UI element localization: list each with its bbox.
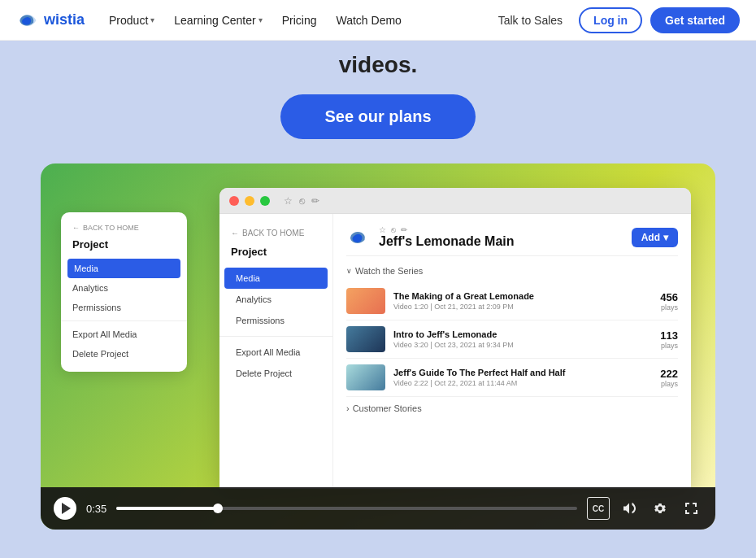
talk-to-sales-link[interactable]: Talk to Sales — [490, 9, 571, 32]
sidebar-analytics-item[interactable]: Analytics — [61, 278, 187, 298]
chevron-down-icon: ∨ — [346, 267, 352, 275]
browser-window: ☆ ⎋ ✏ ← BACK TO HOME Project Media Analy… — [219, 188, 691, 489]
main-content: videos. See our plans ← BACK TO HOME Pro… — [0, 41, 756, 558]
app-sidebar-delete[interactable]: Delete Project — [224, 363, 328, 384]
share-icon[interactable]: ⎋ — [391, 225, 396, 234]
app-sidebar-back[interactable]: ← BACK TO HOME — [219, 224, 332, 246]
nav-watch-demo[interactable]: Watch Demo — [328, 9, 409, 32]
video-thumbnail-1 — [346, 288, 385, 314]
app-project-title: ☆ ⎋ ✏ Jeff's Lemonade Main — [379, 225, 515, 249]
project-title: Jeff's Lemonade Main — [379, 234, 515, 249]
arrow-left-icon: ← — [231, 229, 239, 238]
video-info-1: The Making of a Great Lemonade Video 1:2… — [393, 291, 652, 311]
chevron-down-icon: ▾ — [663, 232, 668, 243]
closed-captions-button[interactable]: CC — [587, 497, 610, 520]
arrow-left-icon: ← — [72, 224, 80, 232]
close-window-dot[interactable] — [229, 196, 239, 206]
app-main: ☆ ⎋ ✏ Jeff's Lemonade Main Add ▾ — [333, 214, 691, 489]
progress-fill — [116, 507, 218, 510]
fullscreen-button[interactable] — [680, 497, 702, 520]
video-plays-3: 222 plays — [660, 368, 678, 388]
video-plays-1: 456 plays — [660, 291, 678, 312]
sidebar-project-title: Project — [61, 238, 187, 259]
video-row-2[interactable]: Intro to Jeff's Lemonade Video 3:20 | Oc… — [346, 320, 678, 359]
navbar-right: Talk to Sales Log in Get started — [490, 7, 740, 33]
app-header: ☆ ⎋ ✏ Jeff's Lemonade Main Add ▾ — [346, 225, 678, 256]
video-thumbnail-2 — [346, 326, 385, 352]
series-header[interactable]: ∨ Watch the Series — [346, 266, 678, 276]
navbar: wistia Product ▾ Learning Center ▾ Prici… — [0, 0, 756, 41]
video-plays-2: 113 plays — [660, 329, 678, 350]
time-display: 0:35 — [86, 503, 106, 515]
logo-text: wistia — [44, 11, 85, 28]
app-sidebar-export[interactable]: Export All Media — [224, 342, 328, 363]
video-row-1[interactable]: The Making of a Great Lemonade Video 1:2… — [346, 282, 678, 320]
sidebar-divider — [61, 320, 187, 321]
customer-stories[interactable]: › Customer Stories — [346, 397, 678, 420]
video-row-3[interactable]: Jeff's Guide To The Perfect Half and Hal… — [346, 359, 678, 397]
sidebar-card: ← BACK TO HOME Project Media Analytics P… — [61, 212, 187, 372]
nav-product[interactable]: Product ▾ — [101, 9, 163, 32]
nav-learning-center[interactable]: Learning Center ▾ — [166, 9, 270, 32]
logo[interactable]: wistia — [16, 11, 85, 28]
video-info-3: Jeff's Guide To The Perfect Half and Hal… — [393, 368, 652, 387]
hero-text: videos. — [0, 41, 756, 94]
play-button[interactable] — [54, 497, 76, 520]
app-sidebar-permissions[interactable]: Permissions — [224, 310, 328, 331]
star-icon: ☆ — [284, 195, 293, 207]
video-player-bar: 0:35 CC — [41, 487, 715, 530]
chevron-down-icon: ▾ — [150, 15, 154, 24]
app-sidebar-analytics[interactable]: Analytics — [224, 289, 328, 310]
progress-thumb[interactable] — [213, 504, 223, 513]
sidebar-delete-item[interactable]: Delete Project — [61, 344, 187, 364]
login-button[interactable]: Log in — [579, 7, 642, 33]
back-to-home[interactable]: ← BACK TO HOME — [61, 220, 187, 238]
app-header-icons: ☆ ⎋ ✏ — [379, 225, 515, 234]
app-sidebar-media[interactable]: Media — [224, 268, 328, 289]
see-plans-button[interactable]: See our plans — [280, 94, 476, 139]
edit-icon[interactable]: ✏ — [401, 225, 407, 234]
demo-area: ← BACK TO HOME Project Media Analytics P… — [41, 163, 715, 530]
settings-button[interactable] — [649, 497, 671, 520]
video-info-2: Intro to Jeff's Lemonade Video 3:20 | Oc… — [393, 329, 652, 349]
app-sidebar: ← BACK TO HOME Project Media Analytics P… — [219, 214, 333, 489]
browser-content: ← BACK TO HOME Project Media Analytics P… — [219, 214, 691, 489]
sidebar-permissions-item[interactable]: Permissions — [61, 298, 187, 317]
nav-pricing[interactable]: Pricing — [274, 9, 325, 32]
star-icon[interactable]: ☆ — [379, 225, 386, 234]
nav-links: Product ▾ Learning Center ▾ Pricing Watc… — [101, 9, 490, 32]
share-icon: ⎋ — [299, 195, 305, 207]
browser-icons: ☆ ⎋ ✏ — [284, 195, 319, 207]
sidebar-divider — [219, 336, 332, 337]
play-icon — [62, 503, 71, 514]
sidebar-media-item[interactable]: Media — [67, 259, 180, 278]
minimize-window-dot[interactable] — [245, 196, 254, 206]
chevron-right-icon: › — [346, 403, 350, 413]
video-thumbnail-3 — [346, 364, 385, 390]
browser-titlebar: ☆ ⎋ ✏ — [219, 188, 691, 214]
get-started-button[interactable]: Get started — [650, 7, 740, 33]
volume-button[interactable] — [618, 497, 641, 520]
app-header-left: ☆ ⎋ ✏ Jeff's Lemonade Main — [346, 225, 515, 249]
add-button[interactable]: Add ▾ — [632, 228, 678, 247]
player-controls-right: CC — [587, 497, 702, 520]
progress-bar[interactable] — [116, 507, 577, 510]
edit-icon: ✏ — [311, 195, 319, 207]
app-sidebar-title: Project — [219, 246, 332, 268]
sidebar-export-item[interactable]: Export All Media — [61, 325, 187, 344]
chevron-down-icon: ▾ — [259, 15, 263, 24]
maximize-window-dot[interactable] — [260, 196, 270, 206]
